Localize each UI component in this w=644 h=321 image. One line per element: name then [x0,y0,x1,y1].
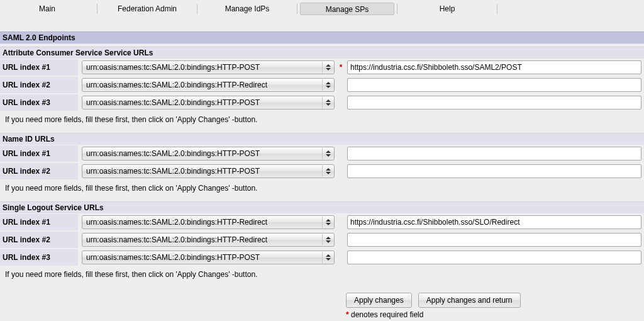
hint-nameid: If you need more fields, fill these firs… [0,180,644,201]
slo-url-input-3[interactable] [347,251,641,264]
label-url-index-2: URL index #2 [0,232,78,248]
acs-url-input-2[interactable] [347,78,641,92]
section-saml-endpoints: SAML 2.0 Endpoints [0,31,644,44]
slo-binding-value-1: urn:oasis:names:tc:SAML:2.0:bindings:HTT… [86,218,267,227]
acs-row-2: URL index #2 urn:oasis:names:tc:SAML:2.0… [0,76,644,94]
label-url-index-1: URL index #1 [0,59,78,76]
acs-binding-value-1: urn:oasis:names:tc:SAML:2.0:bindings:HTT… [86,63,260,72]
tab-manage-idps[interactable]: Manage IdPs [200,3,294,15]
nameid-row-2: URL index #2 urn:oasis:names:tc:SAML:2.0… [0,162,644,180]
nameid-url-input-1[interactable] [347,147,641,160]
tab-separator [497,4,497,14]
nameid-binding-value-1: urn:oasis:names:tc:SAML:2.0:bindings:HTT… [86,149,260,158]
tab-federation-admin[interactable]: Federation Admin [100,3,194,15]
stepper-icon [322,166,333,177]
acs-binding-value-2: urn:oasis:names:tc:SAML:2.0:bindings:HTT… [86,81,267,89]
slo-binding-select-2[interactable]: urn:oasis:names:tc:SAML:2.0:bindings:HTT… [82,233,335,247]
nameid-binding-select-1[interactable]: urn:oasis:names:tc:SAML:2.0:bindings:HTT… [82,147,335,160]
stepper-icon [322,148,333,159]
stepper-icon [322,97,333,108]
acs-binding-value-3: urn:oasis:names:tc:SAML:2.0:bindings:HTT… [86,98,260,107]
required-footnote: * denotes required field [0,308,644,319]
required-star-icon: * [338,63,343,72]
nameid-binding-select-2[interactable]: urn:oasis:names:tc:SAML:2.0:bindings:HTT… [82,164,335,178]
hint-slo: If you need more fields, fill these firs… [0,266,644,288]
acs-row-3: URL index #3 urn:oasis:names:tc:SAML:2.0… [0,94,644,111]
required-footnote-text: denotes required field [351,310,423,319]
tab-bar: Main Federation Admin Manage IdPs Manage… [0,0,644,16]
acs-binding-select-1[interactable]: urn:oasis:names:tc:SAML:2.0:bindings:HTT… [82,60,335,74]
acs-binding-select-2[interactable]: urn:oasis:names:tc:SAML:2.0:bindings:HTT… [82,78,335,92]
section-slo-urls: Single Logout Service URLs [0,201,644,213]
tab-separator [197,4,197,14]
tab-manage-sps[interactable]: Manage SPs [300,3,394,15]
slo-row-1: URL index #1 urn:oasis:names:tc:SAML:2.0… [0,213,644,231]
nameid-url-input-2[interactable] [347,164,641,178]
stepper-icon [322,217,333,228]
tab-main[interactable]: Main [0,3,94,15]
slo-row-3: URL index #3 urn:oasis:names:tc:SAML:2.0… [0,249,644,266]
section-acs-urls: Attribute Consumer Service Service URLs [0,47,644,59]
apply-changes-button[interactable]: Apply changes [346,293,412,308]
acs-row-1: URL index #1 urn:oasis:names:tc:SAML:2.0… [0,59,644,76]
nameid-row-1: URL index #1 urn:oasis:names:tc:SAML:2.0… [0,145,644,162]
slo-binding-select-3[interactable]: urn:oasis:names:tc:SAML:2.0:bindings:HTT… [82,251,335,264]
slo-row-2: URL index #2 urn:oasis:names:tc:SAML:2.0… [0,231,644,249]
tab-separator [397,4,397,14]
label-url-index-3: URL index #3 [0,94,78,111]
slo-binding-select-1[interactable]: urn:oasis:names:tc:SAML:2.0:bindings:HTT… [82,215,335,229]
acs-binding-select-3[interactable]: urn:oasis:names:tc:SAML:2.0:bindings:HTT… [82,96,335,110]
stepper-icon [322,234,333,245]
slo-url-input-2[interactable] [347,233,641,247]
stepper-icon [322,62,333,73]
label-url-index-2: URL index #2 [0,163,78,179]
stepper-icon [322,252,333,263]
tab-help[interactable]: Help [400,3,494,15]
slo-binding-value-2: urn:oasis:names:tc:SAML:2.0:bindings:HTT… [86,235,267,244]
label-url-index-1: URL index #1 [0,145,78,162]
tab-separator [97,4,97,14]
slo-url-input-1[interactable] [347,215,641,229]
slo-binding-value-3: urn:oasis:names:tc:SAML:2.0:bindings:HTT… [86,253,260,262]
nameid-binding-value-2: urn:oasis:names:tc:SAML:2.0:bindings:HTT… [86,167,260,176]
section-nameid-urls: Name ID URLs [0,133,644,145]
acs-url-input-1[interactable] [347,60,641,74]
stepper-icon [322,79,333,91]
required-star-icon: * [346,310,349,319]
apply-changes-return-button[interactable]: Apply changes and return [418,293,521,308]
button-row: Apply changes Apply changes and return [0,293,644,308]
hint-acs: If you need more fields, fill these firs… [0,111,644,133]
label-url-index-1: URL index #1 [0,214,78,230]
acs-url-input-3[interactable] [347,96,641,110]
label-url-index-2: URL index #2 [0,77,78,93]
tab-separator [297,4,297,14]
label-url-index-3: URL index #3 [0,249,78,266]
